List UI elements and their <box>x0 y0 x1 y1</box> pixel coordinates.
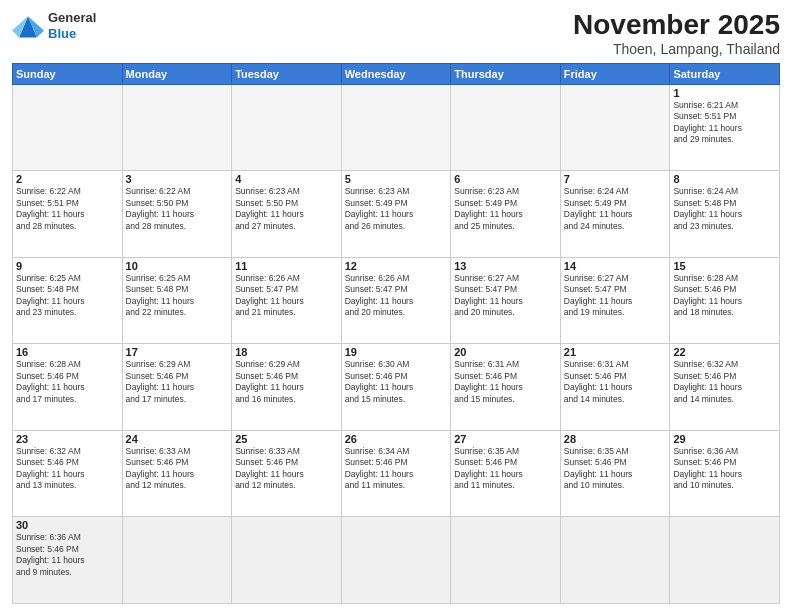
calendar-cell: 20Sunrise: 6:31 AM Sunset: 5:46 PM Dayli… <box>451 344 561 431</box>
day-number: 2 <box>16 173 119 185</box>
calendar-week-row: 16Sunrise: 6:28 AM Sunset: 5:46 PM Dayli… <box>13 344 780 431</box>
calendar-cell <box>451 84 561 171</box>
calendar-cell: 28Sunrise: 6:35 AM Sunset: 5:46 PM Dayli… <box>560 430 670 517</box>
calendar-cell <box>670 517 780 604</box>
day-info: Sunrise: 6:33 AM Sunset: 5:46 PM Dayligh… <box>126 446 229 492</box>
calendar-cell: 12Sunrise: 6:26 AM Sunset: 5:47 PM Dayli… <box>341 257 451 344</box>
calendar-cell: 4Sunrise: 6:23 AM Sunset: 5:50 PM Daylig… <box>232 171 342 258</box>
day-info: Sunrise: 6:22 AM Sunset: 5:50 PM Dayligh… <box>126 186 229 232</box>
day-info: Sunrise: 6:21 AM Sunset: 5:51 PM Dayligh… <box>673 100 776 146</box>
day-info: Sunrise: 6:32 AM Sunset: 5:46 PM Dayligh… <box>673 359 776 405</box>
calendar-cell: 10Sunrise: 6:25 AM Sunset: 5:48 PM Dayli… <box>122 257 232 344</box>
weekday-header-monday: Monday <box>122 63 232 84</box>
weekday-header-friday: Friday <box>560 63 670 84</box>
calendar-cell: 11Sunrise: 6:26 AM Sunset: 5:47 PM Dayli… <box>232 257 342 344</box>
calendar-cell <box>13 84 123 171</box>
calendar-week-row: 2Sunrise: 6:22 AM Sunset: 5:51 PM Daylig… <box>13 171 780 258</box>
logo: General Blue <box>12 10 96 41</box>
calendar-cell: 16Sunrise: 6:28 AM Sunset: 5:46 PM Dayli… <box>13 344 123 431</box>
day-number: 29 <box>673 433 776 445</box>
calendar-cell: 21Sunrise: 6:31 AM Sunset: 5:46 PM Dayli… <box>560 344 670 431</box>
day-info: Sunrise: 6:23 AM Sunset: 5:49 PM Dayligh… <box>345 186 448 232</box>
day-number: 30 <box>16 519 119 531</box>
calendar-cell: 8Sunrise: 6:24 AM Sunset: 5:48 PM Daylig… <box>670 171 780 258</box>
calendar-cell <box>232 517 342 604</box>
day-info: Sunrise: 6:36 AM Sunset: 5:46 PM Dayligh… <box>16 532 119 578</box>
calendar-cell: 15Sunrise: 6:28 AM Sunset: 5:46 PM Dayli… <box>670 257 780 344</box>
header: General Blue November 2025 Thoen, Lampan… <box>12 10 780 57</box>
calendar-cell: 25Sunrise: 6:33 AM Sunset: 5:46 PM Dayli… <box>232 430 342 517</box>
day-number: 15 <box>673 260 776 272</box>
day-info: Sunrise: 6:35 AM Sunset: 5:46 PM Dayligh… <box>564 446 667 492</box>
calendar-cell <box>560 84 670 171</box>
day-info: Sunrise: 6:35 AM Sunset: 5:46 PM Dayligh… <box>454 446 557 492</box>
calendar-cell <box>232 84 342 171</box>
calendar-week-row: 30Sunrise: 6:36 AM Sunset: 5:46 PM Dayli… <box>13 517 780 604</box>
calendar-cell: 14Sunrise: 6:27 AM Sunset: 5:47 PM Dayli… <box>560 257 670 344</box>
day-info: Sunrise: 6:23 AM Sunset: 5:50 PM Dayligh… <box>235 186 338 232</box>
location-title: Thoen, Lampang, Thailand <box>573 41 780 57</box>
day-number: 24 <box>126 433 229 445</box>
day-info: Sunrise: 6:33 AM Sunset: 5:46 PM Dayligh… <box>235 446 338 492</box>
day-info: Sunrise: 6:32 AM Sunset: 5:46 PM Dayligh… <box>16 446 119 492</box>
calendar-cell: 1Sunrise: 6:21 AM Sunset: 5:51 PM Daylig… <box>670 84 780 171</box>
day-number: 6 <box>454 173 557 185</box>
day-number: 3 <box>126 173 229 185</box>
day-number: 17 <box>126 346 229 358</box>
calendar-cell <box>560 517 670 604</box>
day-info: Sunrise: 6:25 AM Sunset: 5:48 PM Dayligh… <box>16 273 119 319</box>
day-number: 13 <box>454 260 557 272</box>
day-info: Sunrise: 6:31 AM Sunset: 5:46 PM Dayligh… <box>454 359 557 405</box>
day-info: Sunrise: 6:28 AM Sunset: 5:46 PM Dayligh… <box>673 273 776 319</box>
calendar-week-row: 23Sunrise: 6:32 AM Sunset: 5:46 PM Dayli… <box>13 430 780 517</box>
day-number: 20 <box>454 346 557 358</box>
day-info: Sunrise: 6:34 AM Sunset: 5:46 PM Dayligh… <box>345 446 448 492</box>
day-info: Sunrise: 6:36 AM Sunset: 5:46 PM Dayligh… <box>673 446 776 492</box>
logo-text: General Blue <box>48 10 96 41</box>
day-number: 11 <box>235 260 338 272</box>
day-number: 21 <box>564 346 667 358</box>
day-number: 16 <box>16 346 119 358</box>
calendar-cell: 24Sunrise: 6:33 AM Sunset: 5:46 PM Dayli… <box>122 430 232 517</box>
calendar-cell <box>341 84 451 171</box>
calendar-table: SundayMondayTuesdayWednesdayThursdayFrid… <box>12 63 780 604</box>
title-block: November 2025 Thoen, Lampang, Thailand <box>573 10 780 57</box>
calendar-cell: 5Sunrise: 6:23 AM Sunset: 5:49 PM Daylig… <box>341 171 451 258</box>
weekday-header-wednesday: Wednesday <box>341 63 451 84</box>
weekday-header-row: SundayMondayTuesdayWednesdayThursdayFrid… <box>13 63 780 84</box>
day-number: 23 <box>16 433 119 445</box>
day-number: 9 <box>16 260 119 272</box>
weekday-header-sunday: Sunday <box>13 63 123 84</box>
calendar-cell: 9Sunrise: 6:25 AM Sunset: 5:48 PM Daylig… <box>13 257 123 344</box>
day-info: Sunrise: 6:28 AM Sunset: 5:46 PM Dayligh… <box>16 359 119 405</box>
day-number: 14 <box>564 260 667 272</box>
day-number: 28 <box>564 433 667 445</box>
day-info: Sunrise: 6:22 AM Sunset: 5:51 PM Dayligh… <box>16 186 119 232</box>
day-info: Sunrise: 6:24 AM Sunset: 5:49 PM Dayligh… <box>564 186 667 232</box>
calendar-cell: 23Sunrise: 6:32 AM Sunset: 5:46 PM Dayli… <box>13 430 123 517</box>
day-info: Sunrise: 6:27 AM Sunset: 5:47 PM Dayligh… <box>454 273 557 319</box>
day-number: 4 <box>235 173 338 185</box>
calendar-cell: 17Sunrise: 6:29 AM Sunset: 5:46 PM Dayli… <box>122 344 232 431</box>
calendar-cell: 29Sunrise: 6:36 AM Sunset: 5:46 PM Dayli… <box>670 430 780 517</box>
day-number: 25 <box>235 433 338 445</box>
day-info: Sunrise: 6:27 AM Sunset: 5:47 PM Dayligh… <box>564 273 667 319</box>
calendar-cell <box>122 84 232 171</box>
weekday-header-thursday: Thursday <box>451 63 561 84</box>
calendar-week-row: 1Sunrise: 6:21 AM Sunset: 5:51 PM Daylig… <box>13 84 780 171</box>
calendar-cell: 22Sunrise: 6:32 AM Sunset: 5:46 PM Dayli… <box>670 344 780 431</box>
day-number: 10 <box>126 260 229 272</box>
day-info: Sunrise: 6:23 AM Sunset: 5:49 PM Dayligh… <box>454 186 557 232</box>
day-number: 22 <box>673 346 776 358</box>
calendar-cell <box>122 517 232 604</box>
month-title: November 2025 <box>573 10 780 41</box>
day-number: 26 <box>345 433 448 445</box>
day-number: 8 <box>673 173 776 185</box>
logo-general-label: General <box>48 10 96 26</box>
calendar-week-row: 9Sunrise: 6:25 AM Sunset: 5:48 PM Daylig… <box>13 257 780 344</box>
page: General Blue November 2025 Thoen, Lampan… <box>0 0 792 612</box>
day-number: 27 <box>454 433 557 445</box>
logo-icon <box>12 12 44 40</box>
weekday-header-tuesday: Tuesday <box>232 63 342 84</box>
calendar-cell: 18Sunrise: 6:29 AM Sunset: 5:46 PM Dayli… <box>232 344 342 431</box>
